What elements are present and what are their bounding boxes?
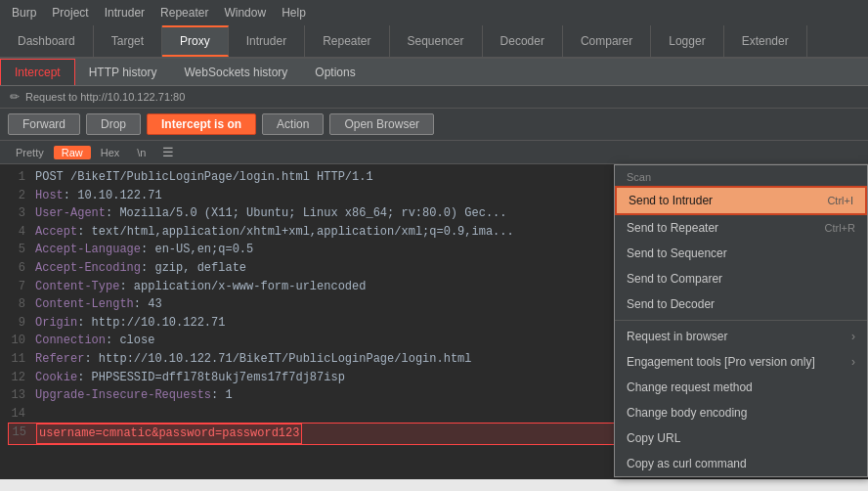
context-scan-label: Scan	[615, 165, 867, 186]
tab-intruder[interactable]: Intruder	[229, 25, 305, 57]
context-menu-item-label: Copy as curl command	[627, 457, 747, 470]
line-content: Accept-Encoding: gzip, deflate	[35, 259, 246, 278]
line-number: 5	[8, 241, 25, 259]
tab-options[interactable]: Options	[301, 59, 369, 85]
menu-intruder[interactable]: Intruder	[97, 4, 152, 22]
tab-logger[interactable]: Logger	[651, 25, 723, 57]
view-raw[interactable]: Raw	[54, 146, 91, 159]
request-info-label: Request to http://10.10.122.71:80	[25, 91, 185, 103]
context-menu-item[interactable]: Send to RepeaterCtrl+R	[615, 215, 867, 241]
tab-repeater[interactable]: Repeater	[305, 25, 389, 57]
drop-button[interactable]: Drop	[86, 113, 141, 135]
view-hex[interactable]: Hex	[93, 146, 128, 159]
context-menu-item[interactable]: Send to Decoder	[615, 291, 867, 317]
tab-http-history[interactable]: HTTP history	[75, 59, 171, 85]
tab-proxy[interactable]: Proxy	[162, 25, 229, 57]
line-number: 3	[8, 204, 25, 223]
request-info-bar: ✏ Request to http://10.10.122.71:80	[0, 86, 868, 109]
context-menu-item[interactable]: Change request method	[615, 375, 867, 400]
line-number: 15	[9, 424, 26, 444]
line-number: 4	[8, 223, 25, 242]
context-menu-item-label: Request in browser	[627, 330, 727, 343]
view-newline[interactable]: \n	[129, 146, 153, 159]
menu-bar: Burp Project Intruder Repeater Window He…	[0, 0, 868, 25]
line-number: 7	[8, 278, 25, 296]
view-pretty[interactable]: Pretty	[8, 146, 52, 159]
context-menu-item-label: Engagement tools [Pro version only]	[627, 355, 815, 369]
chevron-right-icon: ›	[851, 330, 855, 343]
tab-dashboard[interactable]: Dashboard	[0, 25, 94, 57]
line-content: User-Agent: Mozilla/5.0 (X11; Ubuntu; Li…	[35, 204, 506, 223]
line-number: 12	[8, 369, 25, 387]
context-menu-item-label: Send to Sequencer	[627, 246, 727, 260]
top-tab-bar: Dashboard Target Proxy Intruder Repeater…	[0, 25, 868, 59]
context-menu-item-label: Change request method	[627, 380, 753, 394]
line-content: Connection: close	[35, 332, 154, 350]
context-menu-item-label: Change body encoding	[627, 406, 747, 420]
line-content: Content-Type: application/x-www-form-url…	[35, 278, 366, 296]
context-menu-shortcut: Ctrl+I	[827, 195, 853, 206]
line-number: 10	[8, 332, 25, 350]
toolbar: Forward Drop Intercept is on Action Open…	[0, 109, 868, 141]
context-menu-item[interactable]: Copy as curl command	[615, 451, 867, 476]
view-menu-icon[interactable]: ☰	[156, 144, 180, 160]
line-content: Upgrade-Insecure-Requests: 1	[35, 386, 233, 405]
tab-decoder[interactable]: Decoder	[483, 25, 563, 57]
context-menu-item[interactable]: Send to Comparer	[615, 266, 867, 291]
forward-button[interactable]: Forward	[8, 113, 80, 135]
context-menu-item[interactable]: Send to Sequencer	[615, 241, 867, 266]
menu-project[interactable]: Project	[44, 4, 96, 22]
context-menu-item[interactable]: Request in browser›	[615, 324, 867, 349]
line-content: Host: 10.10.122.71	[35, 187, 162, 205]
line-content: Accept-Language: en-US,en;q=0.5	[35, 241, 253, 259]
intercept-button[interactable]: Intercept is on	[147, 113, 256, 135]
context-menu-item-label: Copy URL	[627, 431, 680, 445]
line-content: Content-Length: 43	[35, 295, 162, 314]
menu-window[interactable]: Window	[216, 4, 274, 22]
pencil-icon: ✏	[10, 90, 20, 104]
tab-target[interactable]: Target	[94, 25, 162, 57]
tab-comparer[interactable]: Comparer	[563, 25, 651, 57]
context-menu-item[interactable]: Send to IntruderCtrl+I	[615, 186, 867, 215]
tab-intercept[interactable]: Intercept	[0, 59, 75, 85]
line-content: Cookie: PHPSESSID=dffl78t8ukj7ems17f7dj8…	[35, 369, 345, 387]
context-menu: Scan Send to IntruderCtrl+ISend to Repea…	[614, 164, 868, 477]
line-number: 14	[8, 405, 25, 424]
line-number: 1	[8, 168, 25, 187]
context-menu-item[interactable]: Engagement tools [Pro version only]›	[615, 349, 867, 375]
line-number: 6	[8, 259, 25, 278]
context-menu-shortcut: Ctrl+R	[825, 222, 855, 234]
line-content: Accept: text/html,application/xhtml+xml,…	[35, 223, 514, 242]
tab-sequencer[interactable]: Sequencer	[390, 25, 483, 57]
menu-help[interactable]: Help	[274, 4, 314, 22]
chevron-right-icon: ›	[851, 355, 855, 369]
line-number: 9	[8, 314, 25, 333]
line-content: username=cmnatic&password=password123	[36, 424, 302, 444]
line-number: 8	[8, 295, 25, 314]
context-menu-item-label: Send to Decoder	[627, 297, 715, 311]
line-content: Referer: http://10.10.122.71/BikeIT/Publ…	[35, 350, 472, 369]
content-area: 1POST /BikeIT/PublicLoginPage/login.html…	[0, 164, 868, 479]
line-number: 11	[8, 350, 25, 369]
action-button[interactable]: Action	[262, 113, 324, 135]
open-browser-button[interactable]: Open Browser	[329, 113, 434, 135]
context-menu-item-label: Send to Intruder	[629, 194, 713, 207]
menu-burp[interactable]: Burp	[4, 4, 44, 22]
line-number: 2	[8, 187, 25, 205]
sub-tab-bar: Intercept HTTP history WebSockets histor…	[0, 59, 868, 86]
context-menu-item[interactable]: Copy URL	[615, 425, 867, 451]
context-menu-item-label: Send to Comparer	[627, 272, 722, 286]
line-content: Origin: http://10.10.122.71	[35, 314, 225, 333]
line-content: POST /BikeIT/PublicLoginPage/login.html …	[35, 168, 373, 187]
context-menu-item[interactable]: Change body encoding	[615, 400, 867, 425]
context-menu-item-label: Send to Repeater	[627, 221, 718, 235]
line-number: 13	[8, 386, 25, 405]
view-selector: Pretty Raw Hex \n ☰	[0, 141, 868, 164]
tab-extender[interactable]: Extender	[724, 25, 807, 57]
menu-repeater[interactable]: Repeater	[152, 4, 216, 22]
tab-websockets-history[interactable]: WebSockets history	[171, 59, 302, 85]
